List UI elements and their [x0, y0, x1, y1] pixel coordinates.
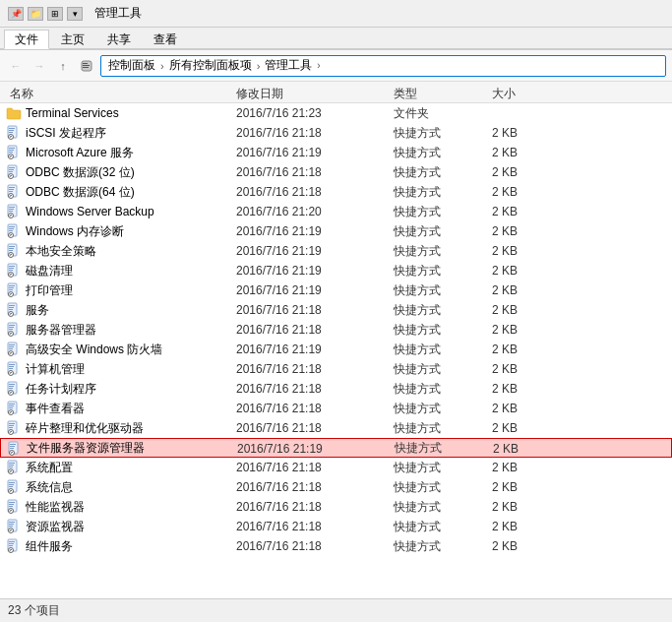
svg-point-73 [9, 391, 14, 396]
table-row[interactable]: Windows Server Backup 2016/7/16 21:20 快捷… [0, 202, 672, 221]
table-row[interactable]: 服务 2016/7/16 21:18 快捷方式 2 KB [0, 300, 672, 320]
file-type: 快捷方式 [390, 243, 488, 260]
col-date[interactable]: 修改日期 [232, 84, 390, 104]
file-name: iSCSI 发起程序 [26, 125, 106, 142]
tab-share[interactable]: 共享 [96, 30, 142, 49]
table-row[interactable]: 性能监视器 2016/7/16 21:18 快捷方式 2 KB [0, 497, 672, 517]
svg-rect-37 [9, 250, 13, 251]
breadcrumb-admin-tools[interactable]: 管理工具 [262, 56, 315, 75]
file-size: 2 KB [488, 362, 567, 376]
svg-rect-82 [9, 427, 13, 428]
svg-rect-56 [9, 327, 14, 328]
file-name: 高级安全 Windows 防火墙 [26, 342, 162, 358]
file-date: 2016/7/16 21:18 [232, 539, 390, 553]
file-type: 快捷方式 [390, 322, 488, 339]
svg-point-63 [9, 351, 14, 356]
file-name: 服务器管理器 [26, 322, 96, 339]
file-icon-12 [6, 342, 22, 357]
table-row[interactable]: 本地安全策略 2016/7/16 21:19 快捷方式 2 KB [0, 241, 672, 261]
file-icon-4 [6, 184, 22, 200]
ribbon-tabs[interactable]: 文件 主页 共享 查看 [0, 28, 672, 49]
breadcrumb-control-panel[interactable]: 控制面板 [105, 56, 158, 75]
svg-point-33 [9, 233, 14, 238]
svg-rect-100 [9, 502, 15, 503]
svg-point-38 [9, 253, 14, 258]
col-type[interactable]: 类型 [390, 84, 488, 104]
title-bar-icons[interactable]: 📌 📁 ⊞ ▾ [8, 7, 83, 21]
table-row[interactable]: 文件服务器资源管理器 2016/7/16 21:19 快捷方式 2 KB [0, 438, 672, 458]
table-row[interactable]: 计算机管理 2016/7/16 21:18 快捷方式 2 KB [0, 359, 672, 379]
file-list[interactable]: Terminal Services 2016/7/16 21:23 文件夹 iS… [0, 103, 672, 578]
table-row[interactable]: 系统配置 2016/7/16 21:18 快捷方式 2 KB [0, 458, 672, 477]
table-row[interactable]: 任务计划程序 2016/7/16 21:18 快捷方式 2 KB [0, 379, 672, 399]
recent-locations-button[interactable] [77, 56, 96, 76]
table-row[interactable]: Microsoft Azure 服务 2016/7/16 21:19 快捷方式 … [0, 143, 672, 162]
svg-point-13 [9, 155, 14, 159]
svg-rect-32 [9, 230, 13, 231]
file-name: ODBC 数据源(64 位) [26, 184, 135, 201]
table-row[interactable]: Terminal Services 2016/7/16 21:23 文件夹 [0, 103, 672, 123]
svg-rect-70 [9, 384, 15, 385]
table-row[interactable]: 碎片整理和优化驱动器 2016/7/16 21:18 快捷方式 2 KB [0, 418, 672, 438]
tab-view[interactable]: 查看 [143, 30, 188, 49]
table-row[interactable]: 打印管理 2016/7/16 21:19 快捷方式 2 KB [0, 280, 672, 300]
file-size: 2 KB [488, 461, 567, 474]
file-name: Windows Server Backup [26, 205, 154, 218]
table-row[interactable]: 事件查看器 2016/7/16 21:18 快捷方式 2 KB [0, 399, 672, 418]
svg-rect-112 [9, 545, 13, 546]
col-name[interactable]: 名称 [6, 84, 232, 104]
breadcrumb[interactable]: 控制面板 › 所有控制面板项 › 管理工具 › [100, 55, 666, 77]
title-bar-title: 管理工具 [94, 5, 142, 22]
file-size: 2 KB [489, 442, 568, 456]
table-row[interactable]: 磁盘清理 2016/7/16 21:19 快捷方式 2 KB [0, 261, 672, 280]
table-row[interactable]: ODBC 数据源(32 位) 2016/7/16 21:18 快捷方式 2 KB [0, 162, 672, 182]
file-size: 2 KB [488, 520, 567, 533]
file-name: 本地安全策略 [26, 243, 96, 260]
tab-file[interactable]: 文件 [4, 30, 49, 49]
table-row[interactable]: 系统信息 2016/7/16 21:18 快捷方式 2 KB [0, 477, 672, 497]
file-date: 2016/7/16 21:18 [232, 402, 390, 415]
forward-button[interactable]: → [30, 56, 49, 76]
svg-rect-36 [9, 248, 14, 249]
down-arrow-icon[interactable]: ▾ [67, 7, 83, 21]
svg-rect-75 [9, 404, 15, 404]
breadcrumb-all-items[interactable]: 所有控制面板项 [166, 56, 255, 75]
file-size: 2 KB [488, 303, 567, 317]
col-size[interactable]: 大小 [488, 84, 567, 104]
up-button[interactable]: ↑ [53, 56, 73, 76]
table-row[interactable]: Windows 内存诊断 2016/7/16 21:19 快捷方式 2 KB [0, 221, 672, 241]
file-size: 2 KB [488, 342, 567, 356]
file-date: 2016/7/16 21:23 [232, 106, 390, 120]
table-row[interactable]: ODBC 数据源(64 位) 2016/7/16 21:18 快捷方式 2 KB [0, 182, 672, 202]
table-row[interactable]: 资源监视器 2016/7/16 21:18 快捷方式 2 KB [0, 517, 672, 536]
properties-icon[interactable]: ⊞ [47, 7, 63, 21]
file-type: 快捷方式 [391, 440, 489, 457]
table-row[interactable]: 高级安全 Windows 防火墙 2016/7/16 21:19 快捷方式 2 … [0, 340, 672, 359]
file-size: 2 KB [488, 421, 567, 435]
table-row[interactable]: iSCSI 发起程序 2016/7/16 21:18 快捷方式 2 KB [0, 123, 672, 143]
file-icon-21 [6, 519, 22, 534]
tab-home[interactable]: 主页 [50, 30, 95, 49]
file-size: 2 KB [488, 539, 567, 553]
file-name: Windows 内存诊断 [26, 223, 124, 240]
table-row[interactable]: 服务器管理器 2016/7/16 21:18 快捷方式 2 KB [0, 320, 672, 340]
back-button[interactable]: ← [6, 56, 26, 76]
file-date: 2016/7/16 21:18 [232, 323, 390, 337]
file-size: 2 KB [488, 165, 567, 179]
svg-rect-55 [9, 325, 15, 326]
file-size: 2 KB [488, 480, 567, 494]
table-row[interactable]: 组件服务 2016/7/16 21:18 快捷方式 2 KB [0, 536, 672, 556]
file-date: 2016/7/16 21:20 [232, 205, 390, 218]
svg-rect-66 [9, 366, 14, 367]
new-folder-icon[interactable]: 📁 [28, 7, 43, 21]
file-date: 2016/7/16 21:18 [232, 362, 390, 376]
svg-rect-71 [9, 386, 14, 387]
breadcrumb-sep-1: › [160, 60, 164, 72]
svg-rect-87 [10, 448, 14, 449]
file-name: 系统配置 [26, 460, 73, 476]
breadcrumb-dropdown-arrow[interactable]: › [317, 60, 320, 71]
pin-icon[interactable]: 📌 [8, 7, 24, 21]
file-type: 快捷方式 [390, 519, 488, 535]
file-date: 2016/7/16 21:19 [232, 244, 390, 258]
breadcrumb-sep-2: › [257, 60, 261, 72]
